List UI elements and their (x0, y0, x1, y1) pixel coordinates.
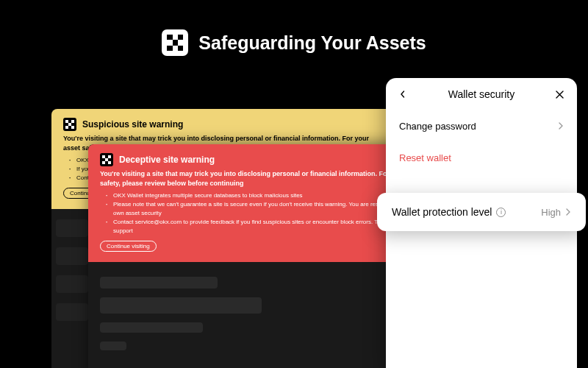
brand-logo-icon (63, 118, 76, 131)
back-icon[interactable] (398, 89, 408, 99)
hero-section: Safeguarding Your Assets (0, 0, 588, 78)
reset-wallet-label: Reset wallet (399, 152, 451, 163)
protection-level-label: Wallet protection level i (392, 206, 506, 218)
deceptive-title: Deceptive site warning (119, 155, 215, 165)
change-password-label: Change password (399, 121, 476, 132)
chevron-right-icon (558, 122, 564, 131)
suspicious-title: Suspicious site warning (82, 119, 183, 130)
panel-title: Wallet security (448, 88, 515, 100)
reset-wallet-row[interactable]: Reset wallet (386, 142, 577, 174)
panel-header: Wallet security (386, 78, 577, 110)
brand-logo-icon (100, 153, 113, 166)
chevron-right-icon (565, 208, 571, 216)
page-title: Safeguarding Your Assets (198, 32, 426, 54)
close-icon[interactable] (555, 89, 565, 99)
protection-level-value: High (541, 207, 571, 218)
continue-visiting-button[interactable]: Continue visiting (100, 241, 157, 252)
protection-level-row[interactable]: Wallet protection level i High (377, 193, 586, 231)
change-password-row[interactable]: Change password (386, 110, 577, 142)
info-icon[interactable]: i (496, 208, 506, 217)
wallet-security-panel: Wallet security Change password Reset wa… (386, 78, 577, 368)
deceptive-body: You're visiting a site that may trick yo… (100, 169, 429, 188)
brand-logo (162, 29, 188, 56)
skeleton-sidebar (56, 219, 88, 331)
